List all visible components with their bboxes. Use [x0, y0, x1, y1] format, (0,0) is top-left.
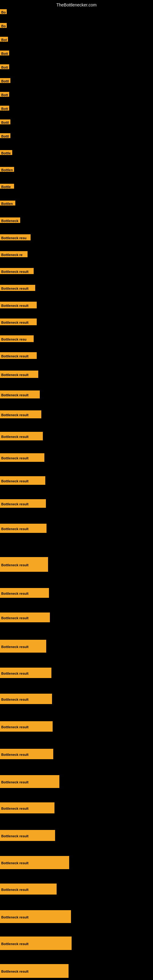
- bottleneck-label-27: Bottleneck result: [0, 432, 43, 441]
- site-title: TheBottlenecker.com: [56, 2, 97, 7]
- bottleneck-label-43: Bottleneck result: [0, 856, 69, 869]
- bottleneck-label-32: Bottleneck result: [0, 557, 48, 572]
- bottleneck-label-16: Bottleneck resu: [0, 234, 30, 240]
- bottleneck-label-29: Bottleneck result: [0, 476, 45, 485]
- bottleneck-label-10: Bottl: [0, 133, 10, 138]
- bottleneck-label-18: Bottleneck result: [0, 268, 33, 274]
- bottleneck-label-13: Bottle: [0, 184, 14, 189]
- bottleneck-label-31: Bottleneck result: [0, 524, 46, 533]
- bottleneck-label-12: Bottlen: [0, 167, 14, 172]
- bottleneck-label-42: Bottleneck result: [0, 830, 55, 841]
- bottleneck-label-24: Bottleneck result: [0, 371, 38, 378]
- bottleneck-label-19: Bottleneck result: [0, 285, 35, 291]
- bottleneck-label-44: Bottleneck result: [0, 883, 57, 894]
- bottleneck-label-9: Bottl: [0, 119, 10, 124]
- bottleneck-label-5: Bott: [0, 64, 9, 69]
- bottleneck-label-14: Bottlen: [0, 200, 15, 205]
- bottleneck-label-45: Bottleneck result: [0, 910, 71, 923]
- bottleneck-label-34: Bottleneck result: [0, 612, 50, 622]
- bottleneck-label-22: Bottleneck resu: [0, 335, 33, 342]
- bottleneck-label-6: Bottl: [0, 78, 10, 83]
- bottleneck-label-17: Bottleneck re: [0, 251, 27, 257]
- bottleneck-label-36: Bottleneck result: [0, 668, 51, 678]
- bottleneck-label-8: Bott: [0, 106, 9, 111]
- bottleneck-label-20: Bottleneck result: [0, 302, 37, 309]
- bottleneck-label-11: Bottle: [0, 150, 12, 155]
- bottleneck-label-38: Bottleneck result: [0, 721, 53, 732]
- bottleneck-label-39: Bottleneck result: [0, 749, 53, 759]
- bottleneck-label-46: Bottleneck result: [0, 937, 72, 950]
- bottleneck-label-21: Bottleneck result: [0, 318, 37, 325]
- bottleneck-label-40: Bottleneck result: [0, 775, 59, 788]
- bottleneck-label-37: Bottleneck result: [0, 694, 52, 704]
- bottleneck-label-3: Bot: [0, 37, 8, 41]
- bottleneck-label-23: Bottleneck result: [0, 352, 37, 359]
- bottleneck-label-25: Bottleneck result: [0, 390, 40, 398]
- bottleneck-label-41: Bottleneck result: [0, 802, 54, 813]
- bottleneck-label-26: Bottleneck result: [0, 410, 41, 418]
- bottleneck-label-47: Bottleneck result: [0, 964, 69, 978]
- bottleneck-label-28: Bottleneck result: [0, 453, 45, 462]
- bottleneck-label-1: Bo: [0, 9, 7, 14]
- bottleneck-label-2: Bo: [0, 23, 7, 28]
- bottleneck-label-35: Bottleneck result: [0, 640, 46, 652]
- bottleneck-label-15: Bottleneck: [0, 218, 20, 223]
- bottleneck-label-33: Bottleneck result: [0, 588, 49, 598]
- bottleneck-label-4: Bott: [0, 51, 9, 56]
- bottleneck-label-30: Bottleneck result: [0, 499, 46, 508]
- bottleneck-label-7: Bott: [0, 92, 9, 97]
